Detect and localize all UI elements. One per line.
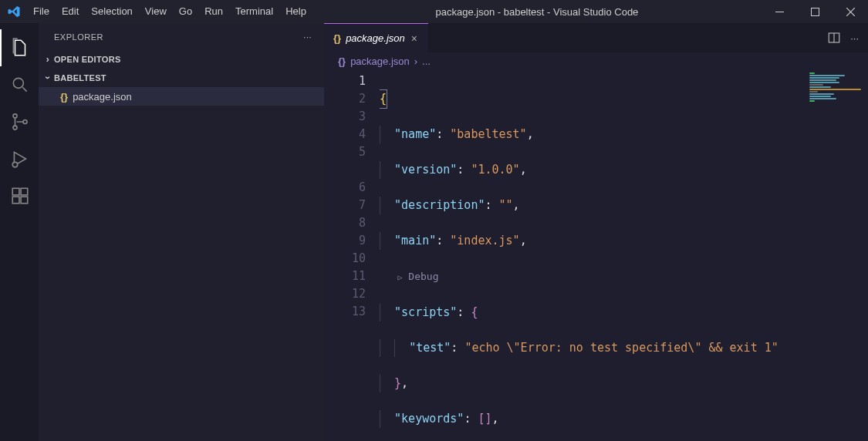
line-number: 11: [324, 268, 366, 285]
breadcrumb[interactable]: {} package.json › ...: [324, 52, 868, 69]
activity-bar: [0, 23, 39, 441]
explorer-title: EXPLORER: [54, 32, 103, 42]
tab-package-json[interactable]: {} package.json ×: [324, 23, 428, 52]
menu-bar: File Edit Selection View Go Run Terminal…: [27, 0, 312, 23]
code-token: ,: [520, 234, 527, 247]
code-token: :: [457, 163, 471, 177]
search-tab-icon[interactable]: [0, 66, 39, 103]
line-number: 2: [324, 90, 366, 108]
menu-file[interactable]: File: [27, 0, 56, 23]
svg-point-6: [12, 162, 18, 167]
debug-codelens[interactable]: ▷ Debug: [380, 268, 805, 286]
line-number: 7: [324, 197, 366, 214]
code-token: "version": [394, 163, 457, 177]
menu-edit[interactable]: Edit: [56, 0, 85, 23]
code-token: "test": [409, 341, 451, 355]
vscode-logo-icon: [0, 5, 27, 19]
code-token: "name": [394, 127, 436, 141]
json-file-icon: {}: [338, 56, 346, 67]
menu-selection[interactable]: Selection: [85, 0, 138, 23]
minimap-content: [809, 72, 863, 103]
tab-filename: package.json: [346, 32, 405, 44]
file-item-package-json[interactable]: {} package.json: [39, 87, 324, 106]
svg-rect-0: [775, 12, 784, 12]
sidebar: EXPLORER ··· › OPEN EDITORS › BABELTEST …: [39, 23, 324, 441]
code-token: "": [499, 198, 513, 212]
maximize-button[interactable]: [797, 0, 833, 23]
menu-run[interactable]: Run: [198, 0, 229, 23]
folder-name: BABELTEST: [54, 73, 106, 82]
code-token: :: [436, 127, 450, 141]
code-token: "description": [394, 198, 485, 212]
chevron-down-icon: ›: [42, 72, 53, 84]
close-tab-icon[interactable]: ×: [410, 32, 419, 45]
code-token: ,: [527, 127, 534, 141]
code-token: "keywords": [394, 412, 464, 426]
folder-section[interactable]: › BABELTEST: [39, 69, 324, 87]
menu-go[interactable]: Go: [173, 0, 198, 23]
menu-view[interactable]: View: [139, 0, 173, 23]
line-number: 10: [324, 250, 366, 268]
line-number: 3: [324, 108, 366, 126]
sidebar-header: EXPLORER ···: [39, 23, 324, 50]
code-token: "1.0.0": [471, 163, 519, 177]
code-token: ,: [520, 163, 527, 177]
code-token: "index.js": [450, 234, 519, 247]
editor-body[interactable]: 1 2 3 4 5 6 7 8 9 10 11 12 13 { "name": …: [324, 69, 868, 441]
line-gutter: 1 2 3 4 5 6 7 8 9 10 11 12 13: [324, 69, 380, 441]
json-file-icon: {}: [333, 32, 341, 44]
code-token: "echo \"Error: no test specified\" && ex…: [464, 341, 778, 355]
titlebar: File Edit Selection View Go Run Terminal…: [0, 0, 868, 23]
editor-tabs: {} package.json × ···: [324, 23, 868, 52]
line-number: 5: [324, 143, 366, 161]
line-number: 6: [324, 179, 366, 197]
minimap[interactable]: [805, 69, 868, 441]
open-editors-section[interactable]: › OPEN EDITORS: [39, 50, 324, 69]
code-token: :: [436, 234, 450, 247]
code-token: "main": [394, 234, 436, 247]
window-title: package.json - babeltest - Visual Studio…: [312, 6, 762, 18]
code-token: "scripts": [394, 305, 457, 319]
json-file-icon: {}: [60, 91, 68, 103]
menu-help[interactable]: Help: [279, 0, 312, 23]
extensions-tab-icon[interactable]: [0, 177, 39, 214]
svg-point-2: [13, 78, 23, 88]
code-content[interactable]: { "name": "babeltest", "version": "1.0.0…: [380, 69, 805, 441]
line-number: 13: [324, 303, 366, 321]
code-token: ,: [401, 376, 408, 390]
breadcrumb-sep: ›: [414, 56, 417, 67]
line-number: 9: [324, 232, 366, 250]
close-button[interactable]: [833, 0, 868, 23]
code-token: {: [471, 305, 478, 319]
open-editors-label: OPEN EDITORS: [54, 55, 121, 64]
line-number: 1: [324, 72, 366, 90]
code-token: ,: [513, 198, 520, 212]
code-token: :: [451, 341, 464, 355]
menu-terminal[interactable]: Terminal: [229, 0, 279, 23]
code-token: :: [457, 305, 471, 319]
breadcrumb-trail[interactable]: ...: [422, 56, 431, 67]
editor-more-icon[interactable]: ···: [850, 32, 859, 44]
split-editor-icon[interactable]: [827, 31, 841, 45]
svg-rect-8: [12, 197, 19, 204]
breadcrumb-file[interactable]: package.json: [350, 56, 410, 67]
line-number: [324, 161, 366, 179]
minimize-button[interactable]: [762, 0, 797, 23]
svg-rect-7: [12, 188, 19, 195]
line-number: 12: [324, 285, 366, 303]
svg-point-4: [13, 126, 17, 130]
code-token: :: [464, 412, 478, 426]
tab-actions: ···: [827, 23, 868, 52]
code-token: :: [485, 198, 498, 212]
explorer-more-icon[interactable]: ···: [303, 32, 312, 42]
editor-area: {} package.json × ··· {} package.json › …: [324, 23, 868, 441]
line-number: 4: [324, 126, 366, 143]
run-debug-tab-icon[interactable]: [0, 140, 39, 177]
explorer-tab-icon[interactable]: [0, 29, 39, 66]
svg-point-5: [23, 120, 27, 124]
svg-point-3: [13, 114, 17, 118]
svg-rect-1: [811, 8, 819, 15]
file-name-label: package.json: [73, 91, 132, 103]
code-token: ]: [485, 412, 491, 426]
source-control-tab-icon[interactable]: [0, 103, 39, 140]
